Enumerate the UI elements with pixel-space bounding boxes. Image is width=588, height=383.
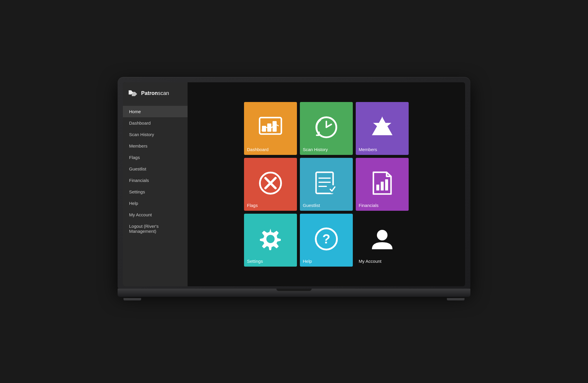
sidebar-item-scan-history[interactable]: Scan History xyxy=(123,129,188,140)
laptop-body: Patronscan Home Dashboard Scan History M… xyxy=(118,77,470,292)
tile-financials-label: Financials xyxy=(359,203,379,208)
svg-text:?: ? xyxy=(323,232,330,246)
tile-grid: Dashboard Sca xyxy=(244,102,409,267)
sidebar-item-logout[interactable]: Logout (River's Management) xyxy=(123,220,188,237)
svg-point-21 xyxy=(266,235,275,243)
sidebar-item-help[interactable]: Help xyxy=(123,198,188,209)
laptop-foot-left xyxy=(123,298,141,300)
sidebar-item-flags[interactable]: Flags xyxy=(123,152,188,163)
tile-scan-history-label: Scan History xyxy=(303,147,328,152)
sidebar-item-settings[interactable]: Settings xyxy=(123,186,188,198)
dashboard-icon xyxy=(257,114,284,141)
tile-my-account[interactable]: My Account xyxy=(356,214,409,267)
tile-my-account-label: My Account xyxy=(359,259,382,264)
sidebar-item-home[interactable]: Home xyxy=(123,106,188,117)
guestlist-icon xyxy=(313,170,340,196)
tile-flags[interactable]: Flags xyxy=(244,158,297,211)
sidebar-item-financials[interactable]: Financials xyxy=(123,175,188,186)
tile-flags-label: Flags xyxy=(247,203,258,208)
tile-scan-history[interactable]: Scan History xyxy=(300,102,353,155)
sidebar-item-members[interactable]: Members xyxy=(123,140,188,152)
patronscan-logo-icon xyxy=(128,88,138,99)
tile-guestlist[interactable]: Guestlist xyxy=(300,158,353,211)
tile-guestlist-label: Guestlist xyxy=(303,203,320,208)
nav-list: Home Dashboard Scan History Members Flag… xyxy=(123,106,188,237)
tile-members-label: Members xyxy=(359,147,377,152)
tile-help-label: Help xyxy=(303,259,312,264)
tile-dashboard[interactable]: Dashboard xyxy=(244,102,297,155)
laptop-wrapper: Patronscan Home Dashboard Scan History M… xyxy=(118,77,470,306)
laptop-feet xyxy=(118,298,470,300)
tile-financials[interactable]: Financials xyxy=(356,158,409,211)
logo-area: Patronscan xyxy=(123,82,188,105)
logo-text: Patronscan xyxy=(141,90,169,96)
sidebar: Patronscan Home Dashboard Scan History M… xyxy=(123,82,188,286)
tile-dashboard-label: Dashboard xyxy=(247,147,268,152)
tile-members[interactable]: Members xyxy=(356,102,409,155)
laptop-base-body xyxy=(118,289,470,297)
hinge-notch xyxy=(276,289,312,291)
tile-settings[interactable]: Settings xyxy=(244,214,297,267)
my-account-icon xyxy=(369,226,395,252)
main-content: Dashboard Sca xyxy=(188,82,465,286)
sidebar-item-guestlist[interactable]: Guestlist xyxy=(123,163,188,175)
screen: Patronscan Home Dashboard Scan History M… xyxy=(123,82,465,286)
settings-icon xyxy=(257,226,284,252)
svg-point-24 xyxy=(377,230,387,240)
help-icon: ? xyxy=(313,226,340,252)
tile-settings-label: Settings xyxy=(247,259,263,264)
flags-icon xyxy=(257,170,284,196)
svg-rect-17 xyxy=(381,182,384,190)
members-icon xyxy=(369,114,395,141)
laptop-foot-right xyxy=(447,298,465,300)
sidebar-item-my-account[interactable]: My Account xyxy=(123,209,188,220)
svg-rect-16 xyxy=(376,185,379,190)
scan-history-icon xyxy=(313,114,340,141)
tile-help[interactable]: ? Help xyxy=(300,214,353,267)
financials-icon xyxy=(369,170,395,196)
svg-rect-18 xyxy=(385,179,388,190)
sidebar-item-dashboard[interactable]: Dashboard xyxy=(123,117,188,129)
laptop-base xyxy=(118,289,470,306)
